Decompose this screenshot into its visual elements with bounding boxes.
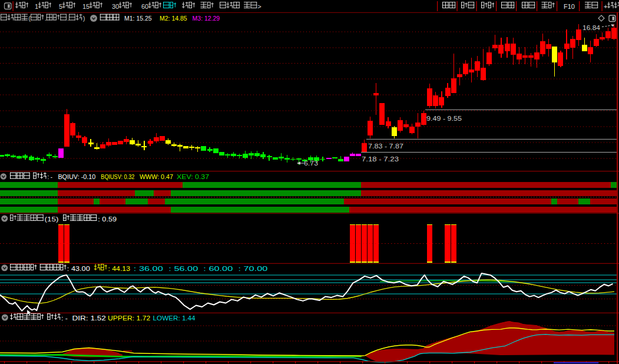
svg-text:.: . [45, 15, 47, 22]
svg-text:: 70.00: : 70.00 [238, 265, 267, 272]
svg-text:60: 60 [141, 3, 148, 10]
svg-text:M3: 12.29: M3: 12.29 [193, 15, 220, 22]
svg-text:+: + [604, 3, 607, 10]
svg-text:15: 15 [82, 3, 90, 10]
svg-text:1: 1 [35, 3, 38, 10]
svg-text:7.83 - 7.87: 7.83 - 7.87 [368, 143, 403, 150]
svg-text:30: 30 [112, 3, 119, 10]
svg-text:(: ( [28, 15, 31, 22]
svg-text:DIR: 1.52: DIR: 1.52 [72, 315, 105, 322]
svg-text:BQIUSV: 0.32: BQIUSV: 0.32 [101, 173, 134, 180]
svg-text:WWW: 0.47: WWW: 0.47 [140, 173, 173, 180]
svg-text:: 44.13: : 44.13 [108, 265, 130, 272]
svg-text:5: 5 [59, 3, 62, 10]
svg-text:7.18 - 7.23: 7.18 - 7.23 [362, 155, 399, 163]
svg-text:: 60.00: : 60.00 [203, 265, 233, 272]
svg-text:): ) [83, 15, 85, 22]
svg-text:: 0.59: : 0.59 [98, 216, 117, 223]
svg-text:6.73: 6.73 [304, 160, 318, 167]
svg-text:BQIUV: -0.10: BQIUV: -0.10 [58, 173, 95, 180]
svg-text:: -: : - [47, 173, 52, 180]
svg-text:16.84: 16.84 [582, 24, 600, 31]
svg-text:: 36.00: : 36.00 [134, 265, 163, 272]
svg-text:9.49 - 9.55: 9.49 - 9.55 [426, 115, 462, 122]
svg-text:XEV: 0.37: XEV: 0.37 [177, 173, 209, 180]
svg-text:(15): (15) [45, 216, 59, 223]
svg-text:.: . [67, 15, 69, 22]
svg-text:: 56.00: : 56.00 [168, 265, 198, 272]
svg-text:F10: F10 [564, 3, 575, 10]
svg-text:LOWER: 1.44: LOWER: 1.44 [153, 315, 196, 322]
svg-text:>: > [257, 3, 261, 10]
svg-text:: -: : - [61, 315, 68, 322]
svg-text:UPPER: 1.72: UPPER: 1.72 [108, 315, 150, 322]
svg-text:M1: 15.25: M1: 15.25 [124, 15, 152, 22]
svg-text:: 43.00: : 43.00 [67, 265, 90, 272]
svg-text:M2: 14.85: M2: 14.85 [160, 15, 187, 22]
